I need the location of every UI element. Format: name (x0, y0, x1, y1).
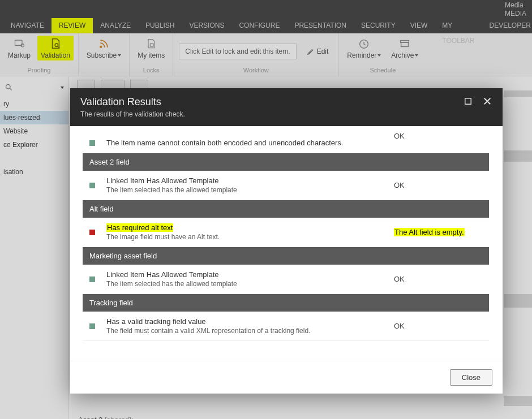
maximize-icon[interactable] (463, 96, 473, 106)
result-title: Linked Item Has Allowed Template (106, 270, 394, 279)
modal-subtitle: The results of the validation check. (80, 110, 185, 118)
result-row: The item name cannot contain both encode… (83, 133, 489, 153)
modal-body: The item name cannot contain both encode… (70, 126, 503, 361)
status-ok-icon (89, 140, 95, 146)
status-ok-icon (89, 277, 95, 282)
result-status: The Alt field is empty. (394, 228, 484, 236)
result-text: Linked Item Has Allowed TemplateThe item… (106, 270, 394, 288)
result-row: Has required alt textThe image field mus… (83, 218, 489, 247)
result-text: Linked Item Has Allowed TemplateThe item… (106, 176, 394, 194)
status-ok-icon (89, 183, 95, 188)
result-desc: The image field must have an Alt text. (106, 233, 394, 241)
svg-rect-9 (465, 98, 471, 105)
result-text: Has required alt textThe image field mus… (106, 223, 394, 241)
result-desc: The item selected has the allowed templa… (106, 280, 394, 288)
close-button[interactable]: Close (450, 369, 492, 386)
section-header: Tracking field (83, 294, 489, 312)
result-title: Linked Item Has Allowed Template (106, 176, 394, 185)
result-desc: The item name cannot contain both encode… (106, 139, 394, 147)
result-text: Has a valid tracking field valueThe fiel… (106, 317, 394, 335)
result-row: Linked Item Has Allowed TemplateThe item… (83, 265, 489, 294)
result-status: OK (394, 133, 484, 140)
section-header: Alt field (83, 200, 489, 218)
result-row: Has a valid tracking field valueThe fiel… (83, 312, 489, 341)
modal-title: Validation Results (80, 96, 185, 108)
results-list[interactable]: The item name cannot contain both encode… (83, 133, 489, 358)
result-status: OK (394, 275, 484, 283)
result-text: The item name cannot contain both encode… (106, 139, 394, 147)
result-desc: The item selected has the allowed templa… (106, 186, 394, 194)
modal-footer: Close (70, 361, 503, 394)
modal-header: Validation Results The results of the va… (70, 88, 503, 126)
close-icon[interactable] (482, 96, 492, 106)
result-row: Linked Item Has Allowed TemplateThe item… (83, 171, 489, 200)
result-status: OK (394, 181, 484, 189)
status-error-icon (89, 230, 95, 235)
result-title: Has required alt text (106, 223, 394, 232)
result-status: OK (394, 322, 484, 330)
section-header: Marketing asset field (83, 247, 489, 265)
result-desc: The field must contain a valid XML repre… (106, 327, 394, 335)
status-ok-icon (89, 323, 95, 329)
result-title: Has a valid tracking field value (106, 317, 394, 326)
section-header: Asset 2 field (83, 153, 489, 171)
validation-modal: Validation Results The results of the va… (70, 88, 503, 394)
